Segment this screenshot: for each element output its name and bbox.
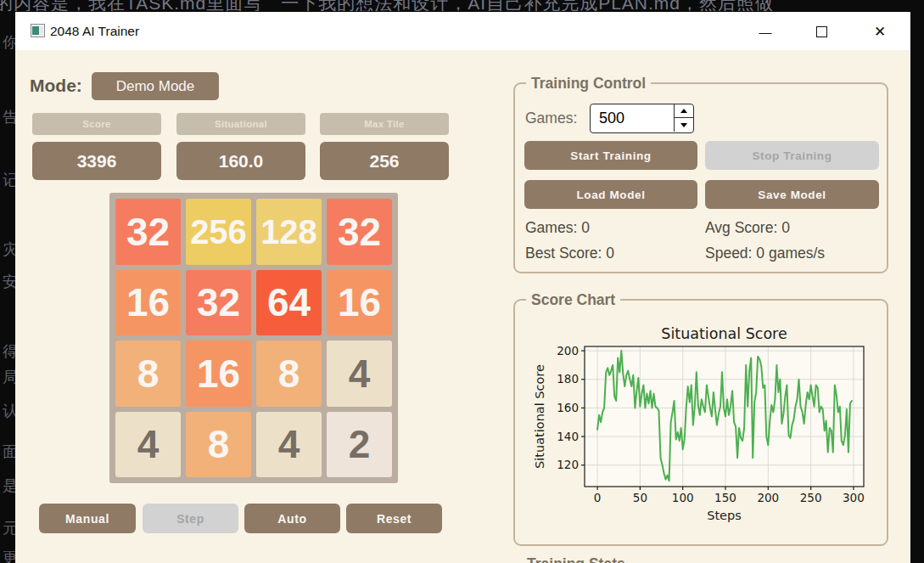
situational-header: Situational — [176, 113, 305, 135]
training-control-title: Training Control — [526, 75, 651, 93]
window-title: 2048 AI Trainer — [50, 12, 139, 50]
mode-selected-value: Demo Mode — [116, 78, 195, 95]
maximize-button[interactable] — [802, 17, 841, 46]
start-training-button[interactable]: Start Training — [524, 141, 697, 170]
games-spinbox[interactable]: 500 — [590, 104, 694, 133]
minimize-button[interactable]: — — [746, 17, 785, 46]
max-tile-header: Max Tile — [320, 113, 449, 135]
tile-32: 32 — [115, 199, 181, 265]
load-model-button[interactable]: Load Model — [524, 180, 697, 209]
avg-score-stat: Avg Score: 0 — [705, 219, 790, 237]
arrow-up-icon — [680, 109, 687, 113]
arrow-down-icon — [680, 123, 687, 127]
mode-select[interactable]: Demo Mode — [92, 72, 219, 100]
manual-button[interactable]: Manual — [39, 504, 136, 533]
mode-label: Mode: — [30, 74, 82, 98]
background-window-char: 你 — [3, 32, 15, 53]
background-window-char: 得 — [3, 341, 15, 362]
reset-button[interactable]: Reset — [346, 504, 442, 533]
close-icon: ✕ — [874, 23, 886, 41]
background-window-char: 更 — [3, 548, 15, 563]
step-button[interactable]: Step — [143, 504, 238, 533]
best-score-stat: Best Score: 0 — [525, 245, 614, 262]
background-window-char: 是 — [3, 476, 15, 496]
tile-32: 32 — [327, 199, 392, 265]
tile-16: 16 — [327, 270, 392, 336]
tile-64: 64 — [256, 270, 322, 336]
tile-4: 4 — [327, 341, 392, 407]
board-grid: 322561283216326416816844842 — [109, 193, 398, 483]
games-count-stat: Games: 0 — [525, 219, 590, 237]
app-icon — [31, 24, 45, 37]
score-header: Score — [32, 113, 161, 135]
auto-button[interactable]: Auto — [244, 504, 340, 533]
spinbox-arrows — [674, 104, 693, 132]
tile-2: 2 — [327, 412, 392, 478]
score-chart-title: Score Chart — [526, 291, 620, 309]
spinbox-up-button[interactable] — [675, 104, 693, 118]
stop-training-button[interactable]: Stop Training — [705, 141, 879, 170]
background-window-char: 安 — [3, 272, 15, 292]
background-window-char: 面 — [3, 442, 15, 462]
background-window-text-top: 的内容是，我在TASK.md里面写 一下我的想法和设计，AI自己补充完成PLAN… — [0, 0, 774, 11]
background-window-char: 记 — [3, 170, 15, 190]
tile-128: 128 — [256, 199, 322, 265]
background-window-char: 认 — [3, 401, 15, 421]
background-window-char: 告 — [3, 107, 15, 127]
games-spinbox-value: 500 — [599, 104, 624, 132]
background-window-char: 灾 — [3, 239, 15, 260]
tile-8: 8 — [256, 341, 322, 407]
background-window-left-strip: 你告记灾安得局认面是元更 — [0, 11, 15, 563]
tile-256: 256 — [186, 199, 251, 265]
screen: 的内容是，我在TASK.md里面写 一下我的想法和设计，AI自己补充完成PLAN… — [0, 0, 924, 563]
save-model-button[interactable]: Save Model — [705, 180, 879, 209]
games-spinbox-label: Games: — [525, 110, 577, 127]
background-window-char: 元 — [3, 518, 15, 538]
max-tile-value: 256 — [320, 142, 449, 180]
background-window-top-strip: 的内容是，我在TASK.md里面写 一下我的想法和设计，AI自己补充完成PLAN… — [0, 0, 924, 11]
score-value: 3396 — [32, 142, 161, 180]
tile-8: 8 — [115, 341, 181, 407]
spinbox-down-button[interactable] — [675, 118, 693, 132]
tile-4: 4 — [256, 412, 322, 478]
situational-value: 160.0 — [176, 142, 305, 180]
score-chart-groupbox — [513, 299, 888, 546]
close-button[interactable]: ✕ — [860, 17, 899, 46]
maximize-icon — [816, 26, 827, 37]
minimize-icon: — — [759, 25, 772, 39]
tile-32: 32 — [186, 270, 251, 336]
tile-16: 16 — [115, 270, 181, 336]
tile-16: 16 — [186, 341, 251, 407]
speed-stat: Speed: 0 games/s — [705, 245, 825, 262]
training-stats-title: Training Stats — [527, 555, 625, 563]
tile-4: 4 — [115, 412, 181, 478]
tile-8: 8 — [186, 412, 251, 478]
background-window-char: 局 — [3, 367, 15, 387]
